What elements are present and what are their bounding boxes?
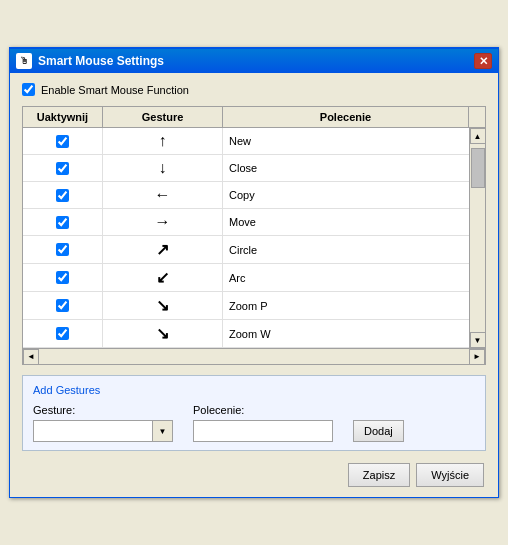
smart-mouse-settings-window: 🖱 Smart Mouse Settings ✕ Enable Smart Mo… — [9, 47, 499, 498]
gesture-form-group: Gesture: ▼ — [33, 404, 173, 442]
header-polecenie: Polecenie — [223, 107, 469, 127]
enable-row: Enable Smart Mouse Function — [22, 83, 486, 96]
gesture-cell: ← — [103, 182, 223, 208]
gesture-cell: ↙ — [103, 264, 223, 291]
gesture-symbol: ↓ — [159, 159, 167, 177]
table-row: ↑ — [23, 128, 469, 155]
scroll-up-arrow[interactable]: ▲ — [470, 128, 486, 144]
app-icon: 🖱 — [16, 53, 32, 69]
add-gestures-title[interactable]: Add Gestures — [33, 384, 475, 396]
enable-checkbox[interactable] — [22, 83, 35, 96]
scroll-down-arrow[interactable]: ▼ — [470, 332, 486, 348]
h-scroll-left-arrow[interactable]: ◄ — [23, 349, 39, 365]
polecenie-value-1[interactable] — [229, 162, 463, 174]
row-checkbox-3[interactable] — [56, 216, 69, 229]
gesture-cell: ↓ — [103, 155, 223, 181]
polecenie-value-2[interactable] — [229, 189, 463, 201]
enable-label: Enable Smart Mouse Function — [41, 84, 189, 96]
row-checkbox-0[interactable] — [56, 135, 69, 148]
gesture-input-wrapper: ▼ — [33, 420, 173, 442]
polecenie-cell — [223, 264, 469, 291]
gesture-symbol: ↙ — [156, 268, 169, 287]
table-row: ↗ — [23, 236, 469, 264]
gesture-symbol: ← — [155, 186, 171, 204]
polecenie-cell — [223, 320, 469, 347]
wyjscie-button[interactable]: Wyjście — [416, 463, 484, 487]
gesture-table: Uaktywnij Gesture Polecenie ↑↓←→↗↙↘↘ ▲ ▼… — [22, 106, 486, 365]
row-checkbox-5[interactable] — [56, 271, 69, 284]
row-checkbox-2[interactable] — [56, 189, 69, 202]
h-scroll-track[interactable] — [39, 349, 469, 365]
zapisz-button[interactable]: Zapisz — [348, 463, 410, 487]
gesture-cell: ↗ — [103, 236, 223, 263]
horizontal-scrollbar[interactable]: ◄ ► — [23, 348, 485, 364]
gesture-cell: → — [103, 209, 223, 235]
table-row: → — [23, 209, 469, 236]
row-checkbox-1[interactable] — [56, 162, 69, 175]
row-checkbox-7[interactable] — [56, 327, 69, 340]
gesture-symbol: ↘ — [156, 296, 169, 315]
gesture-symbol: ↗ — [156, 240, 169, 259]
polecenie-cell — [223, 182, 469, 208]
polecenie-form-group: Polecenie: — [193, 404, 333, 442]
gesture-form-label: Gesture: — [33, 404, 173, 416]
table-row: ↘ — [23, 292, 469, 320]
gesture-dropdown-button[interactable]: ▼ — [153, 420, 173, 442]
header-uaktywnij: Uaktywnij — [23, 107, 103, 127]
header-gesture: Gesture — [103, 107, 223, 127]
gesture-cell: ↑ — [103, 128, 223, 154]
active-cell — [23, 292, 103, 319]
h-scroll-right-arrow[interactable]: ► — [469, 349, 485, 365]
header-scrollbar-space — [469, 107, 485, 127]
scroll-track[interactable] — [470, 144, 486, 332]
gesture-input[interactable] — [33, 420, 153, 442]
active-cell — [23, 320, 103, 347]
polecenie-value-0[interactable] — [229, 135, 463, 147]
gesture-symbol: → — [155, 213, 171, 231]
title-bar-left: 🖱 Smart Mouse Settings — [16, 53, 164, 69]
polecenie-value-6[interactable] — [229, 300, 463, 312]
active-cell — [23, 209, 103, 235]
active-cell — [23, 264, 103, 291]
active-cell — [23, 236, 103, 263]
row-checkbox-4[interactable] — [56, 243, 69, 256]
table-row: ↓ — [23, 155, 469, 182]
polecenie-cell — [223, 155, 469, 181]
active-cell — [23, 182, 103, 208]
scroll-thumb[interactable] — [471, 148, 485, 188]
polecenie-cell — [223, 209, 469, 235]
title-bar: 🖱 Smart Mouse Settings ✕ — [10, 49, 498, 73]
polecenie-cell — [223, 292, 469, 319]
table-body-wrapper: ↑↓←→↗↙↘↘ ▲ ▼ — [23, 128, 485, 348]
polecenie-value-4[interactable] — [229, 244, 463, 256]
add-gestures-section: Add Gestures Gesture: ▼ Polecenie: Dodaj — [22, 375, 486, 451]
dodaj-button[interactable]: Dodaj — [353, 420, 404, 442]
active-cell — [23, 155, 103, 181]
polecenie-value-7[interactable] — [229, 328, 463, 340]
polecenie-cell — [223, 236, 469, 263]
bottom-buttons: Zapisz Wyjście — [22, 463, 486, 487]
polecenie-value-5[interactable] — [229, 272, 463, 284]
close-button[interactable]: ✕ — [474, 53, 492, 69]
polecenie-cell — [223, 128, 469, 154]
vertical-scrollbar[interactable]: ▲ ▼ — [469, 128, 485, 348]
gesture-symbol: ↘ — [156, 324, 169, 343]
table-row: ↘ — [23, 320, 469, 348]
window-title: Smart Mouse Settings — [38, 54, 164, 68]
table-row: ← — [23, 182, 469, 209]
active-cell — [23, 128, 103, 154]
add-gestures-form: Gesture: ▼ Polecenie: Dodaj — [33, 404, 475, 442]
polecenie-input[interactable] — [193, 420, 333, 442]
table-body: ↑↓←→↗↙↘↘ — [23, 128, 469, 348]
gesture-cell: ↘ — [103, 320, 223, 347]
polecenie-form-label: Polecenie: — [193, 404, 333, 416]
table-header: Uaktywnij Gesture Polecenie — [23, 107, 485, 128]
window-body: Enable Smart Mouse Function Uaktywnij Ge… — [10, 73, 498, 497]
row-checkbox-6[interactable] — [56, 299, 69, 312]
table-row: ↙ — [23, 264, 469, 292]
polecenie-value-3[interactable] — [229, 216, 463, 228]
gesture-symbol: ↑ — [159, 132, 167, 150]
gesture-cell: ↘ — [103, 292, 223, 319]
